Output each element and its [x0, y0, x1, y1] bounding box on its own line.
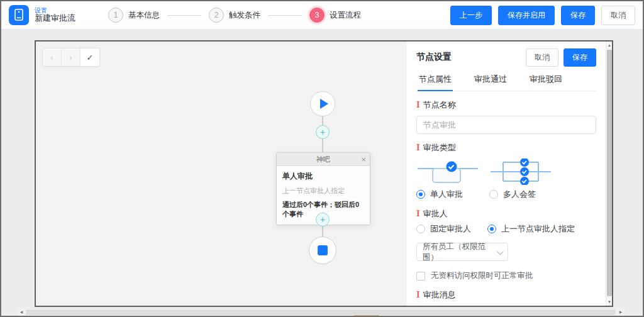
permission-checkbox-label[interactable]: 无资料访问权限时可正常审批 — [431, 270, 533, 281]
section-approver: I 审批人 固定审批人 上一节点审批人指定 所有员工（权限范围） — [416, 208, 596, 261]
single-approval-option[interactable]: 单人审批 — [416, 158, 487, 200]
scroll-up-icon[interactable]: ▲ — [606, 42, 613, 49]
multi-approval-icon — [489, 158, 552, 185]
approval-message-label: I 审批消息 — [416, 289, 596, 301]
tab-approval-reject[interactable]: 审批驳回 — [528, 70, 564, 91]
start-node[interactable] — [310, 91, 335, 116]
header-titles: 设置 新建审批流 — [35, 7, 75, 23]
approval-node-card-header: 神吧 × — [277, 153, 370, 166]
required-icon: I — [416, 209, 420, 218]
panel-tabs: 节点属性 审批通过 审批驳回 — [416, 70, 596, 91]
multi-approval-option[interactable]: 多人会签 — [489, 158, 560, 200]
tab-approval-pass[interactable]: 审批通过 — [473, 70, 508, 91]
previous-node-approver-radio-label[interactable]: 上一节点审批人指定 — [501, 223, 575, 235]
section-approval-type: I 审批类型 单人审批 — [416, 142, 596, 200]
step-trigger-condition[interactable]: 2 触发条件 — [209, 8, 260, 23]
scroll-left-icon[interactable]: ◀ — [18, 309, 25, 316]
node-name-label: I 节点名称 — [416, 99, 596, 111]
step-2-label: 触发条件 — [229, 10, 260, 21]
fixed-approver-radio-label[interactable]: 固定审批人 — [430, 223, 471, 235]
approval-node-assignee: 上一节点审批人指定 — [282, 186, 364, 196]
multi-approval-radio[interactable]: 多人会签 — [489, 189, 560, 200]
panel-scrollbar[interactable]: ▲ ▼ — [606, 42, 612, 306]
single-approval-radio[interactable]: 单人审批 — [416, 189, 487, 200]
confirm-check-icon[interactable]: ✓ — [80, 48, 99, 66]
step-set-flow[interactable]: 3 设置流程 — [309, 8, 361, 23]
add-node-button-top[interactable]: + — [316, 125, 330, 139]
undo-icon[interactable]: ‹ — [43, 48, 62, 66]
approval-type-icons: 单人审批 — [416, 158, 596, 200]
approver-scope-select[interactable]: 所有员工（权限范围） — [416, 243, 508, 261]
required-icon: I — [416, 291, 420, 299]
node-settings-panel: 节点设置 取消 保存 节点属性 审批通过 审批驳回 I 节点名称 I 审批类型 — [407, 42, 606, 306]
panel-title: 节点设置 — [416, 52, 452, 63]
approval-node-type: 单人审批 — [282, 171, 364, 182]
redo-icon[interactable]: › — [62, 48, 80, 66]
custom-format-radio[interactable]: 自定义 — [477, 305, 515, 306]
step-connector — [268, 15, 302, 16]
checkbox-unchecked-icon[interactable] — [416, 272, 425, 281]
required-icon: I — [416, 143, 420, 152]
node-name-input[interactable] — [416, 116, 596, 134]
page-title: 新建审批流 — [35, 14, 75, 23]
radio-on-icon[interactable] — [487, 225, 496, 233]
approval-type-label-text: 审批类型 — [423, 142, 456, 153]
radio-off-icon[interactable] — [416, 225, 425, 233]
message-radio-row: 默认格式 自定义 — [416, 305, 596, 306]
clipboard-icon — [9, 5, 29, 25]
play-icon — [320, 99, 328, 109]
header-actions: 上一步 保存并启用 保存 取消 — [450, 6, 635, 25]
add-node-button-bottom[interactable]: + — [316, 213, 330, 226]
save-and-enable-button[interactable]: 保存并启用 — [498, 6, 555, 25]
end-node[interactable] — [309, 236, 336, 264]
default-format-radio[interactable]: 默认格式 — [416, 305, 463, 306]
approver-label-text: 审批人 — [423, 208, 448, 220]
radio-off-icon[interactable] — [489, 190, 498, 199]
section-approval-message: I 审批消息 默认格式 自定义 “发起人”提交了“数据主标题”的审批申请，请及时… — [416, 289, 596, 306]
step-2-circle: 2 — [209, 8, 224, 23]
default-format-radio-label[interactable]: 默认格式 — [430, 305, 463, 306]
scroll-right-icon[interactable]: ▶ — [617, 309, 625, 316]
scrollbar-thumb[interactable] — [607, 50, 612, 296]
step-1-label: 基本信息 — [128, 10, 160, 21]
approval-node-title: 神吧 — [316, 155, 330, 164]
prev-step-button[interactable]: 上一步 — [450, 6, 492, 25]
approval-message-label-text: 审批消息 — [423, 289, 456, 301]
previous-node-approver-radio[interactable]: 上一节点审批人指定 — [487, 223, 575, 235]
tab-node-properties[interactable]: 节点属性 — [418, 70, 453, 91]
stepper: 1 基本信息 2 触发条件 3 设置流程 — [108, 8, 361, 23]
step-3-label: 设置流程 — [330, 10, 361, 21]
horizontal-scrollbar[interactable]: ◀ ▶ — [18, 309, 625, 316]
panel-save-button[interactable]: 保存 — [564, 48, 596, 67]
section-node-name: I 节点名称 — [416, 99, 596, 134]
step-1-circle: 1 — [108, 8, 123, 23]
horizontal-scrollbar-thumb[interactable] — [26, 309, 616, 315]
permission-checkbox-row[interactable]: 无资料访问权限时可正常审批 — [416, 270, 596, 281]
approver-scope-value: 所有员工（权限范围） — [423, 242, 497, 263]
radio-on-icon[interactable] — [416, 190, 425, 199]
approver-label: I 审批人 — [416, 208, 596, 220]
cancel-button[interactable]: 取消 — [601, 6, 635, 25]
panel-cancel-button[interactable]: 取消 — [526, 48, 558, 67]
scroll-down-icon[interactable]: ▼ — [606, 298, 613, 306]
stop-icon — [318, 245, 328, 255]
single-approval-icon — [416, 158, 479, 185]
save-button[interactable]: 保存 — [561, 6, 595, 25]
canvas-toolbar: ‹ › ✓ — [42, 48, 100, 67]
app-window: 设置 新建审批流 1 基本信息 2 触发条件 3 设置流程 上一步 保存并启用 … — [0, 0, 644, 317]
approver-radio-row: 固定审批人 上一节点审批人指定 — [416, 223, 596, 235]
node-name-label-text: 节点名称 — [423, 99, 456, 111]
fixed-approver-radio[interactable]: 固定审批人 — [416, 223, 471, 235]
step-basic-info[interactable]: 1 基本信息 — [108, 8, 160, 23]
chevron-down-icon — [497, 248, 504, 255]
step-3-circle: 3 — [309, 8, 325, 23]
approval-type-label: I 审批类型 — [416, 142, 596, 153]
required-icon: I — [416, 101, 420, 109]
step-connector — [167, 15, 201, 16]
single-approval-radio-label[interactable]: 单人审批 — [430, 189, 463, 200]
multi-approval-radio-label[interactable]: 多人会签 — [503, 189, 536, 200]
close-icon[interactable]: × — [361, 153, 366, 166]
panel-header: 节点设置 取消 保存 — [416, 49, 596, 65]
custom-format-radio-label[interactable]: 自定义 — [491, 305, 515, 306]
top-header: 设置 新建审批流 1 基本信息 2 触发条件 3 设置流程 上一步 保存并启用 … — [1, 1, 643, 30]
